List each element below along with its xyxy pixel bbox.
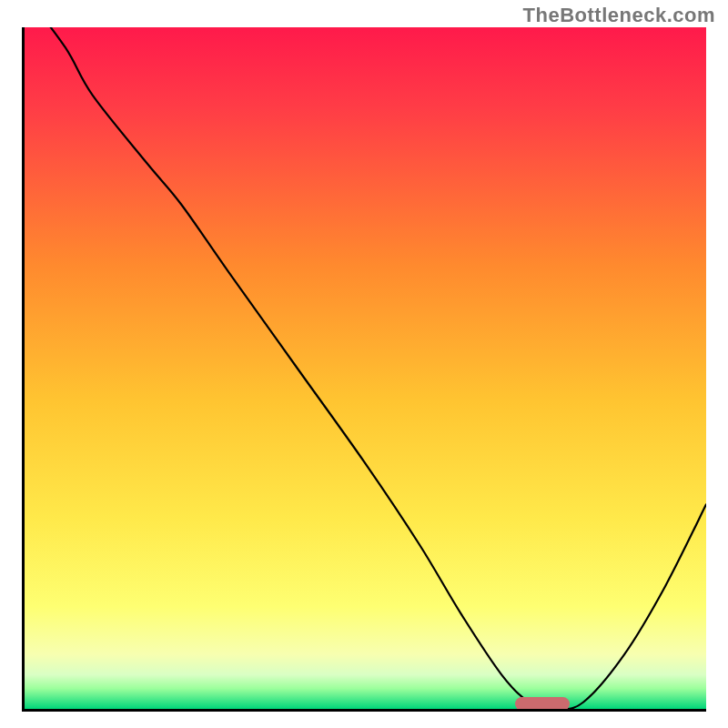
optimal-range-marker	[515, 697, 570, 711]
chart-container: TheBottleneck.com	[0, 0, 728, 728]
watermark-text: TheBottleneck.com	[523, 4, 715, 27]
bottleneck-curve	[25, 27, 706, 709]
plot-area	[22, 27, 706, 712]
